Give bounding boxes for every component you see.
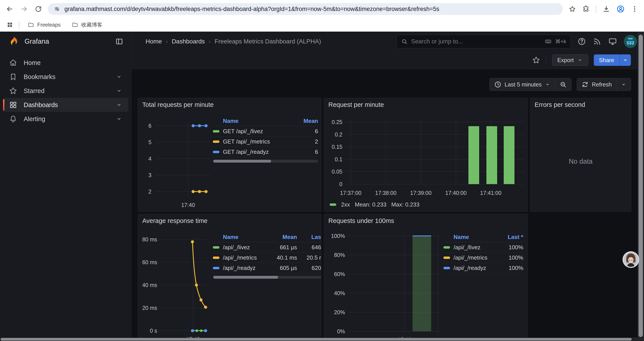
legend-table: Name Mean GET /api/_/livez 6 GET /api/_/… <box>213 116 318 163</box>
sidebar-item-label: Starred <box>24 87 44 95</box>
legend-row[interactable]: GET /api/_/readyz 6 <box>213 147 318 157</box>
legend-col-last[interactable]: Las <box>297 234 321 240</box>
breadcrumb-dashboards[interactable]: Dashboards <box>172 38 205 45</box>
legend-max: Max: 0.233 <box>391 201 420 208</box>
legend-scrollbar[interactable] <box>213 276 321 279</box>
keyboard-icon <box>545 38 552 45</box>
downloads-icon[interactable] <box>602 5 610 13</box>
legend-row[interactable]: /api/_/metrics 100% <box>444 253 523 263</box>
main: Home › Dashboards › Freeleaps Metrics Da… <box>132 32 644 341</box>
bookmarks-bar: Freeleaps 收藏博客 <box>0 18 644 32</box>
panel-requests-under-100ms[interactable]: Requests under 100ms 100% 80% 60% 40% <box>324 214 528 341</box>
export-button[interactable]: Export <box>552 55 588 66</box>
panel-title[interactable]: Errors per second <box>534 101 585 108</box>
url-bar[interactable] <box>48 3 563 15</box>
sidebar-item-alerting[interactable]: Alerting <box>3 112 128 126</box>
sidebar-item-dashboards[interactable]: Dashboards <box>3 98 128 112</box>
chevron-down-icon[interactable] <box>116 87 122 94</box>
toolbar-divider <box>596 5 596 13</box>
panel-average-response-time[interactable]: Average response time 80 ms 60 ms 40 ms … <box>138 214 321 341</box>
brand-name: Grafana <box>24 38 110 46</box>
rss-icon[interactable] <box>593 37 602 46</box>
sidebar-item-starred[interactable]: Starred <box>3 84 128 98</box>
monitor-icon[interactable] <box>608 37 617 46</box>
panel-request-per-minute[interactable]: Request per minute 0.25 <box>324 98 528 212</box>
series-color-pill <box>213 151 220 153</box>
legend-row[interactable]: /api/_/livez 100% <box>444 242 523 253</box>
panel-errors-per-second[interactable]: Errors per second No data <box>530 98 631 212</box>
help-icon[interactable] <box>577 37 586 46</box>
vertical-scrollbar[interactable] <box>638 32 644 337</box>
svg-text:20 ms: 20 ms <box>142 305 157 311</box>
extensions-icon[interactable] <box>582 5 590 13</box>
bookmark-star-icon[interactable] <box>568 5 576 13</box>
floating-assistant-avatar[interactable] <box>622 251 640 268</box>
star-icon <box>9 87 18 95</box>
svg-text:0: 0 <box>339 181 342 187</box>
svg-text:4: 4 <box>148 156 152 162</box>
svg-text:80 ms: 80 ms <box>142 236 157 242</box>
vertical-scrollbar-thumb[interactable] <box>638 35 643 337</box>
svg-text:17:41:00: 17:41:00 <box>480 190 501 196</box>
legend-col-name[interactable]: Name <box>223 234 238 240</box>
time-range-picker[interactable]: Last 5 minutes <box>490 78 555 91</box>
sidebar-item-bookmarks[interactable]: Bookmarks <box>3 70 128 84</box>
legend-col-mean[interactable]: Mean <box>290 118 318 124</box>
url-input[interactable] <box>64 6 557 13</box>
apps-grid-icon[interactable] <box>6 22 13 28</box>
svg-text:0.2: 0.2 <box>335 131 342 138</box>
legend-row[interactable]: /api/_/readyz 605 µs 620 <box>213 263 321 273</box>
bookmark-folder-blogs[interactable]: 收藏博客 <box>69 20 105 30</box>
user-avatar[interactable] <box>624 35 637 48</box>
legend-col-name[interactable]: Name <box>454 234 469 240</box>
breadcrumb-home[interactable]: Home <box>146 38 162 45</box>
chevron-down-icon[interactable] <box>116 101 122 108</box>
time-range-label: Last 5 minutes <box>504 81 542 88</box>
legend-col-last[interactable]: Last * <box>495 234 523 240</box>
grafana-logo-icon[interactable] <box>8 35 19 48</box>
share-button[interactable]: Share <box>594 55 620 66</box>
share-dropdown-button[interactable] <box>620 55 631 66</box>
svg-text:2: 2 <box>148 188 152 195</box>
sidebar-menu: Home Bookmarks Starred Dashboards <box>0 51 131 126</box>
chart-legend[interactable]: 2xx Mean: 0.233 Max: 0.233 <box>330 201 420 208</box>
refresh-icon <box>581 81 589 88</box>
search-input[interactable] <box>411 38 541 45</box>
legend-scrollbar[interactable] <box>213 160 318 163</box>
forward-icon[interactable] <box>20 5 28 13</box>
bookmarks-divider <box>19 21 19 29</box>
profile-icon[interactable] <box>616 5 625 13</box>
time-controls: Last 5 minutes Refresh <box>490 78 631 91</box>
breadcrumb-current: Freeleaps Metrics Dashboard (ALPHA) <box>214 38 321 45</box>
menu-dots-icon[interactable] <box>631 5 638 13</box>
reload-icon[interactable] <box>35 5 42 13</box>
chevron-down-icon[interactable] <box>116 73 122 80</box>
legend-row[interactable]: GET /api/_/metrics 2 <box>213 137 318 147</box>
back-icon[interactable] <box>6 5 14 13</box>
legend-row[interactable]: GET /api/_/livez 6 <box>213 126 318 137</box>
horizontal-scrollbar[interactable] <box>0 337 638 341</box>
favorite-star-icon[interactable] <box>532 56 540 65</box>
search-box[interactable]: ⌘+k <box>396 35 571 48</box>
home-icon <box>9 58 18 67</box>
sidebar-item-home[interactable]: Home <box>3 56 128 70</box>
chevron-down-icon[interactable] <box>116 115 122 122</box>
sidebar-toggle-icon[interactable] <box>115 37 124 46</box>
legend-col-name[interactable]: Name <box>223 118 238 124</box>
bookmark-folder-freeleaps[interactable]: Freeleaps <box>25 20 63 30</box>
search-shortcut: ⌘+k <box>555 38 566 45</box>
no-data-message: No data <box>530 111 631 212</box>
legend-row[interactable]: /api/_/livez 661 µs 646 <box>213 242 321 253</box>
svg-text:0.05: 0.05 <box>332 169 342 175</box>
refresh-interval-dropdown[interactable] <box>616 78 631 91</box>
horizontal-scrollbar-thumb[interactable] <box>1 338 632 340</box>
panel-total-requests[interactable]: Total requests per minute 6 5 4 3 2 17: <box>138 98 321 212</box>
legend-col-mean[interactable]: Mean <box>268 234 297 240</box>
legend-row[interactable]: /api/_/readyz 100% <box>444 263 523 273</box>
site-info-icon[interactable] <box>54 6 60 13</box>
refresh-button[interactable]: Refresh <box>577 78 616 91</box>
zoom-out-button[interactable] <box>555 78 571 91</box>
breadcrumb-separator: › <box>205 38 214 45</box>
browser-toolbar <box>0 0 644 18</box>
legend-row[interactable]: /api/_/metrics 40.1 ms 20.5 r <box>213 253 321 263</box>
